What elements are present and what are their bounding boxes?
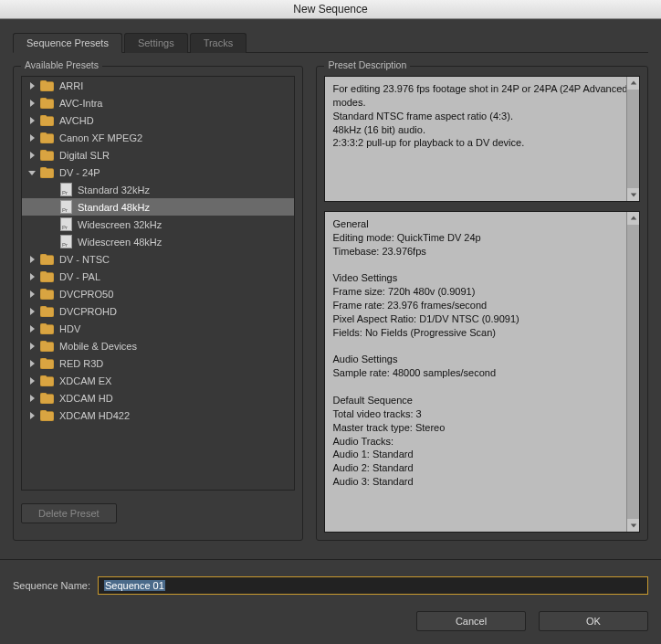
chevron-right-icon[interactable] [27,342,37,351]
folder-dvcprohd[interactable]: DVCPROHD [22,302,294,320]
folder-avchd[interactable]: AVCHD [22,111,294,129]
description-line: Editing mode: QuickTime DV 24p [332,231,632,245]
tree-item-label: Widescreen 32kHz [78,219,162,230]
tree-item-label: Mobile & Devices [59,341,137,352]
chevron-right-icon[interactable] [27,151,37,160]
preset-icon [60,235,72,248]
scroll-up-button[interactable] [627,212,639,225]
description-line: Audio Tracks: [332,435,632,449]
folder-digital-slr[interactable]: Digital SLR [22,146,294,164]
chevron-right-icon[interactable] [27,81,37,90]
folder-red-r3d[interactable]: RED R3D [22,354,294,372]
tab-settings[interactable]: Settings [124,33,188,53]
tab-tracks[interactable]: Tracks [190,33,247,53]
tree-item-label: DV - NTSC [59,254,110,265]
panels-row: Available Presets ARRIAVC-IntraAVCHDCano… [13,53,648,554]
folder-hdv[interactable]: HDV [22,320,294,337]
sequence-name-input[interactable]: Sequence 01 [98,576,648,595]
divider [0,559,661,560]
chevron-right-icon[interactable] [27,255,37,264]
chevron-right-icon[interactable] [27,376,37,385]
preset-tree[interactable]: ARRIAVC-IntraAVCHDCanon XF MPEG2Digital … [21,76,295,491]
tree-item-label: Widescreen 48kHz [78,237,162,248]
scroll-up-button[interactable] [627,77,639,90]
folder-xdcam-hd422[interactable]: XDCAM HD422 [22,406,294,424]
tree-item-label: Standard 48kHz [78,202,150,213]
scrollbar[interactable] [626,212,639,532]
chevron-down-icon[interactable] [27,168,37,177]
folder-xdcam-ex[interactable]: XDCAM EX [22,372,294,389]
folder-dvcpro50[interactable]: DVCPRO50 [22,285,294,302]
tree-item-label: RED R3D [59,358,103,369]
sequence-name-label: Sequence Name: [13,580,90,591]
sequence-name-row: Sequence Name: Sequence 01 [13,576,648,611]
preset-standard-48khz[interactable]: Standard 48kHz [22,198,294,216]
preset-icon [60,217,72,231]
tree-item-label: XDCAM EX [59,375,111,386]
description-line: Pixel Aspect Ratio: D1/DV NTSC (0.9091) [332,312,632,326]
folder-canon-xf-mpeg2[interactable]: Canon XF MPEG2 [22,129,294,146]
window-title-bar: New Sequence [0,0,661,19]
tree-item-label: XDCAM HD [59,393,113,404]
chevron-right-icon[interactable] [27,272,37,281]
folder-dv-ntsc[interactable]: DV - NTSC [22,250,294,268]
folder-icon [40,254,54,265]
tree-item-label: DVCPROHD [59,306,117,317]
delete-preset-button[interactable]: Delete Preset [21,503,117,523]
available-presets-fieldset: Available Presets ARRIAVC-IntraAVCHDCano… [13,66,303,541]
dialog-buttons: Cancel OK [0,611,661,644]
description-line [332,340,632,354]
scroll-down-button[interactable] [627,188,639,201]
chevron-right-icon[interactable] [27,290,37,299]
scroll-down-button[interactable] [627,519,639,532]
delete-button-row: Delete Preset [21,500,295,533]
tree-item-label: HDV [59,323,80,334]
window-title: New Sequence [293,3,367,16]
chevron-right-icon[interactable] [27,133,37,143]
description-line: Default Sequence [332,394,632,407]
tree-item-label: XDCAM HD422 [59,410,130,421]
tree-item-label: Standard 32kHz [78,185,150,195]
chevron-right-icon[interactable] [27,116,37,125]
preset-description-details: General Editing mode: QuickTime DV 24p T… [324,211,640,533]
folder-mobile-devices[interactable]: Mobile & Devices [22,337,294,354]
description-line: Audio 3: Standard [332,475,632,489]
folder-icon [40,115,54,126]
chevron-right-icon[interactable] [27,411,37,420]
chevron-right-icon[interactable] [27,324,37,333]
scrollbar[interactable] [626,77,639,201]
cancel-button[interactable]: Cancel [416,611,526,631]
description-line: Standard NTSC frame aspect ratio (4:3). [332,110,632,123]
preset-widescreen-48khz[interactable]: Widescreen 48kHz [22,233,294,250]
sequence-name-value: Sequence 01 [104,580,165,591]
preset-widescreen-32khz[interactable]: Widescreen 32kHz [22,216,294,233]
description-line: Fields: No Fields (Progressive Scan) [332,326,632,340]
ok-button[interactable]: OK [539,611,648,631]
description-line: 2:3:3:2 pull-up for playback to a DV dev… [332,136,632,150]
tab-sequence-presets[interactable]: Sequence Presets [13,33,122,53]
folder-icon [40,341,54,352]
folder-arri[interactable]: ARRI [22,77,294,94]
folder-icon [40,80,54,91]
folder-icon [40,306,54,317]
tree-item-label: AVC-Intra [59,98,102,109]
folder-dv-pal[interactable]: DV - PAL [22,268,294,285]
folder-icon [40,98,54,109]
folder-icon [40,132,54,143]
folder-dv-24p[interactable]: DV - 24P [22,164,294,181]
chevron-right-icon[interactable] [27,394,37,403]
folder-avc-intra[interactable]: AVC-Intra [22,94,294,111]
description-line: Total video tracks: 3 [332,407,632,421]
tree-item-label: ARRI [59,80,83,91]
folder-icon [40,167,54,178]
chevron-right-icon[interactable] [27,307,37,316]
tree-item-label: AVCHD [59,115,94,126]
description-line [332,380,632,394]
folder-icon [40,271,54,282]
description-line: Video Settings [332,271,632,285]
chevron-right-icon[interactable] [27,99,37,108]
chevron-right-icon[interactable] [27,359,37,368]
preset-description-label: Preset Description [324,59,410,70]
folder-xdcam-hd[interactable]: XDCAM HD [22,389,294,406]
preset-standard-32khz[interactable]: Standard 32kHz [22,181,294,198]
